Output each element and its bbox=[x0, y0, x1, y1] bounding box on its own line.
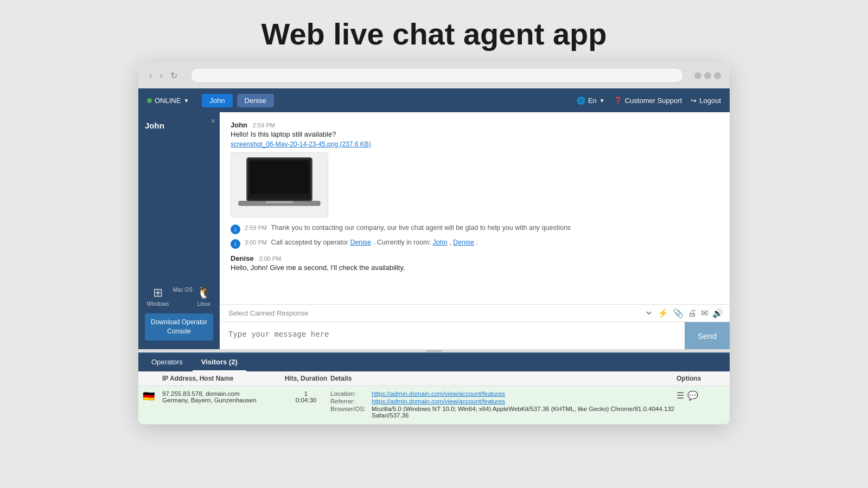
online-badge: ONLINE ▼ bbox=[147, 97, 189, 105]
chat-main: John 2:59 PM Hello! Is this laptop still… bbox=[220, 112, 730, 349]
message-denise: Denise 3:00 PM Hello, John! Give me a se… bbox=[231, 254, 719, 272]
details-cell: Location: https://admin.domain.com/view/… bbox=[330, 390, 676, 420]
email-icon[interactable]: ✉ bbox=[701, 308, 708, 318]
dot1 bbox=[694, 72, 701, 79]
os-icons: ⊞ Windows Mac OS 🐧 Linux bbox=[145, 286, 213, 307]
svg-rect-4 bbox=[248, 194, 311, 198]
detail-referrer-row: Referrer: https://admin.domain.com/view/… bbox=[330, 398, 676, 404]
language-selector[interactable]: 🌐 En ▼ bbox=[577, 97, 605, 105]
col-options: Options bbox=[676, 375, 725, 382]
online-label: ONLINE bbox=[155, 97, 181, 105]
dropdown-arrow[interactable]: ▼ bbox=[183, 98, 189, 104]
lightning-icon[interactable]: ⚡ bbox=[658, 308, 668, 318]
canned-response-select[interactable]: Select Canned Response bbox=[226, 309, 653, 318]
address-bar[interactable] bbox=[190, 68, 684, 83]
msg-time-denise: 3:00 PM bbox=[259, 255, 281, 262]
list-icon[interactable]: ☰ bbox=[676, 390, 684, 401]
system-msg-2-content: 3:00 PM Call accepted by operator Denise… bbox=[245, 239, 478, 246]
msg-time-john: 2:59 PM bbox=[253, 122, 275, 129]
system-msg-1-content: 2:59 PM Thank you to contacting our comp… bbox=[245, 224, 571, 232]
sys-time-2: 3:00 PM bbox=[245, 239, 267, 246]
macos-label: Mac OS bbox=[173, 287, 193, 293]
close-sidebar-button[interactable]: × bbox=[211, 117, 215, 125]
sidebar-contact-john[interactable]: John bbox=[138, 112, 220, 139]
location-name: Germany, Bayern, Gunzenhausen bbox=[162, 397, 282, 403]
options-cell: ☰ 💬 bbox=[676, 390, 725, 401]
msg-sender-john: John 2:59 PM bbox=[231, 121, 719, 129]
lang-arrow: ▼ bbox=[599, 98, 605, 104]
sys-text-mid: . Currently in room: bbox=[373, 239, 433, 246]
dot2 bbox=[704, 72, 711, 79]
operator-link[interactable]: Denise bbox=[350, 239, 371, 246]
referrer-link[interactable]: https://admin.domain.com/view/account/fe… bbox=[372, 398, 505, 404]
ip-cell: 97.255.83.578, domain.com Germany, Bayer… bbox=[162, 390, 282, 403]
duration: 0:04:30 bbox=[282, 397, 330, 403]
logout-button[interactable]: ↪ Logout bbox=[691, 97, 721, 105]
detail-browser-row: Browser/OS: Mozilla/5.0 (Windows NT 10.0… bbox=[330, 406, 676, 419]
browser-label: Browser/OS: bbox=[330, 406, 368, 419]
sys-text-before: Call accepted by operator bbox=[271, 239, 350, 246]
browser-nav: ‹ › ↻ bbox=[147, 69, 180, 82]
flag-icon: 🇩🇪 bbox=[143, 391, 155, 402]
table-row: 🇩🇪 97.255.83.578, domain.com Germany, Ba… bbox=[138, 386, 730, 425]
online-dot bbox=[147, 98, 152, 103]
refresh-button[interactable]: ↻ bbox=[168, 69, 180, 82]
message-input-row: Send bbox=[220, 322, 730, 349]
tab-john[interactable]: John bbox=[202, 94, 232, 107]
tab-denise[interactable]: Denise bbox=[237, 94, 274, 107]
dot3 bbox=[714, 72, 721, 79]
chat-input-area: Select Canned Response ⚡ 📎 🖨 ✉ 🔊 Send bbox=[220, 304, 730, 349]
logout-icon: ↪ bbox=[691, 97, 697, 105]
linux-icon: 🐧 bbox=[196, 286, 211, 300]
browser-dots bbox=[694, 72, 721, 79]
svg-rect-3 bbox=[266, 201, 293, 203]
download-operator-console-button[interactable]: Download Operator Console bbox=[145, 313, 213, 341]
msg-text-denise: Hello, John! Give me a second, I'll chec… bbox=[231, 264, 719, 272]
back-button[interactable]: ‹ bbox=[147, 69, 154, 81]
customer-support-link[interactable]: ❓ Customer Support bbox=[614, 97, 682, 105]
location-label: Location: bbox=[330, 390, 368, 397]
visitors-tabs: Operators Visitors (2) bbox=[138, 354, 730, 371]
sound-icon[interactable]: 🔊 bbox=[712, 308, 723, 318]
message-input[interactable] bbox=[220, 322, 685, 349]
sidebar-bottom: ⊞ Windows Mac OS 🐧 Linux Download Operat… bbox=[138, 277, 220, 349]
linux-icon-item[interactable]: 🐧 Linux bbox=[196, 286, 211, 307]
table-header: IP Address, Host Name Hits, Duration Det… bbox=[138, 371, 730, 386]
forward-button[interactable]: › bbox=[157, 69, 164, 81]
msg-text-john: Hello! Is this laptop still available? bbox=[231, 130, 719, 138]
svg-rect-1 bbox=[250, 160, 309, 198]
app-topbar: ONLINE ▼ John Denise 🌐 En ▼ ❓ Customer S… bbox=[138, 88, 730, 112]
send-button[interactable]: Send bbox=[685, 322, 730, 349]
visitors-table: IP Address, Host Name Hits, Duration Det… bbox=[138, 371, 730, 425]
language-label: En bbox=[588, 97, 597, 105]
app-container: ONLINE ▼ John Denise 🌐 En ▼ ❓ Customer S… bbox=[138, 88, 730, 425]
attachment-link[interactable]: screenshot_06-May-20-14-23-45.png (237.6… bbox=[231, 140, 719, 148]
info-icon-1: i bbox=[231, 224, 240, 234]
page-title: Web live chat agent app bbox=[0, 0, 868, 62]
topbar-right: 🌐 En ▼ ❓ Customer Support ↪ Logout bbox=[577, 97, 721, 105]
room-denise-link[interactable]: Denise bbox=[453, 239, 474, 246]
macos-icon-item[interactable]: Mac OS bbox=[173, 286, 193, 307]
chat-icon[interactable]: 💬 bbox=[687, 390, 698, 401]
browser-window: ‹ › ↻ ONLINE ▼ John Denise 🌐 En bbox=[138, 62, 730, 425]
system-msg-2: i 3:00 PM Call accepted by operator Deni… bbox=[231, 239, 719, 249]
windows-icon-item[interactable]: ⊞ Windows bbox=[147, 286, 169, 307]
col-flag bbox=[143, 375, 162, 382]
print-icon[interactable]: 🖨 bbox=[688, 309, 697, 318]
attachment-icon[interactable]: 📎 bbox=[673, 308, 684, 318]
operators-tab[interactable]: Operators bbox=[143, 354, 192, 371]
app-body: × John ⊞ Windows Mac OS 🐧 bbox=[138, 112, 730, 349]
detail-location-row: Location: https://admin.domain.com/view/… bbox=[330, 390, 676, 397]
browser-chrome: ‹ › ↻ bbox=[138, 62, 730, 88]
location-link[interactable]: https://admin.domain.com/view/account/fe… bbox=[372, 390, 505, 397]
system-msg-1: i 2:59 PM Thank you to contacting our co… bbox=[231, 224, 719, 234]
divider-dot bbox=[426, 350, 442, 352]
message-john: John 2:59 PM Hello! Is this laptop still… bbox=[231, 121, 719, 217]
customer-support-label: Customer Support bbox=[625, 97, 682, 105]
laptop-image bbox=[231, 152, 328, 217]
help-icon: ❓ bbox=[614, 97, 622, 105]
flag-cell: 🇩🇪 bbox=[143, 390, 162, 402]
hits-cell: 1 0:04:30 bbox=[282, 390, 330, 403]
visitors-tab[interactable]: Visitors (2) bbox=[193, 354, 246, 371]
room-john-link[interactable]: John bbox=[433, 239, 448, 246]
